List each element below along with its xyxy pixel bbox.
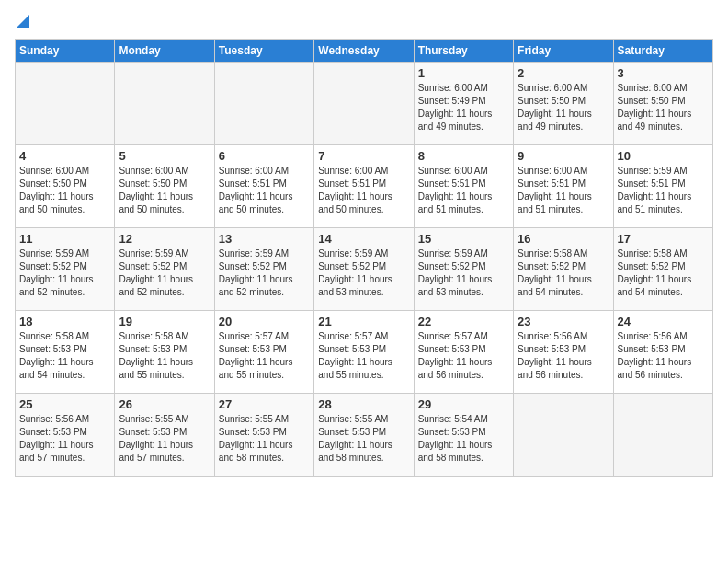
- day-number: 24: [618, 315, 709, 328]
- day-info: Sunrise: 5:58 AM Sunset: 5:53 PM Dayligh…: [19, 330, 110, 382]
- day-number: 16: [518, 232, 609, 246]
- calendar-cell: 14Sunrise: 5:59 AM Sunset: 5:52 PM Dayli…: [314, 228, 414, 311]
- day-info: Sunrise: 6:00 AM Sunset: 5:51 PM Dayligh…: [518, 165, 609, 216]
- day-number: 21: [318, 315, 409, 328]
- day-number: 8: [418, 149, 509, 163]
- day-number: 17: [618, 232, 709, 246]
- day-info: Sunrise: 5:56 AM Sunset: 5:53 PM Dayligh…: [518, 330, 609, 382]
- calendar-week-4: 18Sunrise: 5:58 AM Sunset: 5:53 PM Dayli…: [16, 311, 713, 394]
- day-info: Sunrise: 6:00 AM Sunset: 5:50 PM Dayligh…: [518, 82, 609, 133]
- day-info: Sunrise: 5:56 AM Sunset: 5:53 PM Dayligh…: [19, 413, 110, 465]
- calendar-cell: 28Sunrise: 5:55 AM Sunset: 5:53 PM Dayli…: [314, 394, 414, 477]
- day-info: Sunrise: 5:55 AM Sunset: 5:53 PM Dayligh…: [219, 413, 310, 465]
- calendar-cell: 4Sunrise: 6:00 AM Sunset: 5:50 PM Daylig…: [16, 145, 115, 228]
- day-info: Sunrise: 5:59 AM Sunset: 5:52 PM Dayligh…: [418, 247, 509, 299]
- calendar-cell: 24Sunrise: 5:56 AM Sunset: 5:53 PM Dayli…: [613, 311, 712, 394]
- calendar-week-2: 4Sunrise: 6:00 AM Sunset: 5:50 PM Daylig…: [16, 145, 713, 228]
- day-info: Sunrise: 6:00 AM Sunset: 5:50 PM Dayligh…: [618, 82, 709, 133]
- day-info: Sunrise: 5:59 AM Sunset: 5:52 PM Dayligh…: [318, 247, 409, 299]
- calendar-cell: 1Sunrise: 6:00 AM Sunset: 5:49 PM Daylig…: [414, 63, 513, 145]
- calendar-cell: 16Sunrise: 5:58 AM Sunset: 5:52 PM Dayli…: [514, 228, 613, 311]
- calendar-cell: 9Sunrise: 6:00 AM Sunset: 5:51 PM Daylig…: [514, 145, 613, 228]
- day-number: 6: [219, 149, 310, 163]
- calendar-cell: [314, 63, 414, 145]
- day-number: 13: [219, 232, 310, 246]
- day-number: 5: [119, 149, 210, 163]
- day-number: 1: [418, 66, 509, 80]
- day-info: Sunrise: 5:56 AM Sunset: 5:53 PM Dayligh…: [618, 330, 709, 382]
- day-number: 27: [219, 397, 310, 411]
- calendar-cell: 19Sunrise: 5:58 AM Sunset: 5:53 PM Dayli…: [115, 311, 214, 394]
- calendar-cell: 13Sunrise: 5:59 AM Sunset: 5:52 PM Dayli…: [214, 228, 313, 311]
- calendar-cell: 18Sunrise: 5:58 AM Sunset: 5:53 PM Dayli…: [16, 311, 115, 394]
- day-info: Sunrise: 5:59 AM Sunset: 5:51 PM Dayligh…: [618, 165, 709, 216]
- calendar-header-row: SundayMondayTuesdayWednesdayThursdayFrid…: [16, 40, 713, 63]
- col-header-saturday: Saturday: [613, 40, 712, 63]
- day-number: 29: [418, 397, 509, 411]
- calendar-cell: 23Sunrise: 5:56 AM Sunset: 5:53 PM Dayli…: [514, 311, 613, 394]
- logo: [15, 15, 29, 31]
- day-info: Sunrise: 5:57 AM Sunset: 5:53 PM Dayligh…: [418, 330, 509, 382]
- calendar-cell: [16, 63, 115, 145]
- page-header: [15, 15, 713, 31]
- calendar-cell: 17Sunrise: 5:58 AM Sunset: 5:52 PM Dayli…: [613, 228, 712, 311]
- day-info: Sunrise: 6:00 AM Sunset: 5:50 PM Dayligh…: [19, 165, 110, 216]
- day-number: 22: [418, 315, 509, 328]
- col-header-monday: Monday: [115, 40, 214, 63]
- calendar-cell: 12Sunrise: 5:59 AM Sunset: 5:52 PM Dayli…: [115, 228, 214, 311]
- calendar-cell: [115, 63, 214, 145]
- calendar-cell: 6Sunrise: 6:00 AM Sunset: 5:51 PM Daylig…: [214, 145, 313, 228]
- calendar-cell: 10Sunrise: 5:59 AM Sunset: 5:51 PM Dayli…: [613, 145, 712, 228]
- day-info: Sunrise: 6:00 AM Sunset: 5:49 PM Dayligh…: [418, 82, 509, 133]
- calendar-cell: 22Sunrise: 5:57 AM Sunset: 5:53 PM Dayli…: [414, 311, 513, 394]
- day-number: 28: [318, 397, 409, 411]
- day-info: Sunrise: 5:58 AM Sunset: 5:52 PM Dayligh…: [618, 247, 709, 299]
- calendar-cell: [613, 394, 712, 477]
- day-info: Sunrise: 5:57 AM Sunset: 5:53 PM Dayligh…: [219, 330, 310, 382]
- day-number: 2: [518, 66, 609, 80]
- day-info: Sunrise: 5:58 AM Sunset: 5:52 PM Dayligh…: [518, 247, 609, 299]
- calendar-cell: 26Sunrise: 5:55 AM Sunset: 5:53 PM Dayli…: [115, 394, 214, 477]
- day-number: 25: [19, 397, 110, 411]
- logo-triangle-icon: [17, 15, 29, 31]
- col-header-thursday: Thursday: [414, 40, 513, 63]
- calendar-body: 1Sunrise: 6:00 AM Sunset: 5:49 PM Daylig…: [16, 63, 713, 477]
- calendar-cell: 25Sunrise: 5:56 AM Sunset: 5:53 PM Dayli…: [16, 394, 115, 477]
- day-info: Sunrise: 5:58 AM Sunset: 5:53 PM Dayligh…: [119, 330, 210, 382]
- calendar-cell: 27Sunrise: 5:55 AM Sunset: 5:53 PM Dayli…: [214, 394, 313, 477]
- day-info: Sunrise: 5:55 AM Sunset: 5:53 PM Dayligh…: [119, 413, 210, 465]
- svg-marker-0: [17, 15, 29, 28]
- calendar-cell: 15Sunrise: 5:59 AM Sunset: 5:52 PM Dayli…: [414, 228, 513, 311]
- day-info: Sunrise: 5:57 AM Sunset: 5:53 PM Dayligh…: [318, 330, 409, 382]
- col-header-sunday: Sunday: [16, 40, 115, 63]
- calendar-week-5: 25Sunrise: 5:56 AM Sunset: 5:53 PM Dayli…: [16, 394, 713, 477]
- day-number: 14: [318, 232, 409, 246]
- calendar-cell: 29Sunrise: 5:54 AM Sunset: 5:53 PM Dayli…: [414, 394, 513, 477]
- day-number: 11: [19, 232, 110, 246]
- day-info: Sunrise: 6:00 AM Sunset: 5:50 PM Dayligh…: [119, 165, 210, 216]
- calendar-cell: 11Sunrise: 5:59 AM Sunset: 5:52 PM Dayli…: [16, 228, 115, 311]
- day-number: 3: [618, 66, 709, 80]
- day-number: 26: [119, 397, 210, 411]
- day-number: 19: [119, 315, 210, 328]
- day-number: 10: [618, 149, 709, 163]
- day-number: 4: [19, 149, 110, 163]
- calendar-cell: 21Sunrise: 5:57 AM Sunset: 5:53 PM Dayli…: [314, 311, 414, 394]
- calendar-week-1: 1Sunrise: 6:00 AM Sunset: 5:49 PM Daylig…: [16, 63, 713, 145]
- calendar-cell: 8Sunrise: 6:00 AM Sunset: 5:51 PM Daylig…: [414, 145, 513, 228]
- calendar-cell: 3Sunrise: 6:00 AM Sunset: 5:50 PM Daylig…: [613, 63, 712, 145]
- day-number: 7: [318, 149, 409, 163]
- calendar-cell: 7Sunrise: 6:00 AM Sunset: 5:51 PM Daylig…: [314, 145, 414, 228]
- day-info: Sunrise: 5:59 AM Sunset: 5:52 PM Dayligh…: [119, 247, 210, 299]
- day-info: Sunrise: 5:59 AM Sunset: 5:52 PM Dayligh…: [219, 247, 310, 299]
- col-header-wednesday: Wednesday: [314, 40, 414, 63]
- calendar-cell: [214, 63, 313, 145]
- calendar-cell: 5Sunrise: 6:00 AM Sunset: 5:50 PM Daylig…: [115, 145, 214, 228]
- day-number: 18: [19, 315, 110, 328]
- day-number: 23: [518, 315, 609, 328]
- day-info: Sunrise: 6:00 AM Sunset: 5:51 PM Dayligh…: [219, 165, 310, 216]
- day-info: Sunrise: 5:55 AM Sunset: 5:53 PM Dayligh…: [318, 413, 409, 465]
- day-number: 12: [119, 232, 210, 246]
- day-info: Sunrise: 6:00 AM Sunset: 5:51 PM Dayligh…: [418, 165, 509, 216]
- calendar-table: SundayMondayTuesdayWednesdayThursdayFrid…: [15, 39, 713, 477]
